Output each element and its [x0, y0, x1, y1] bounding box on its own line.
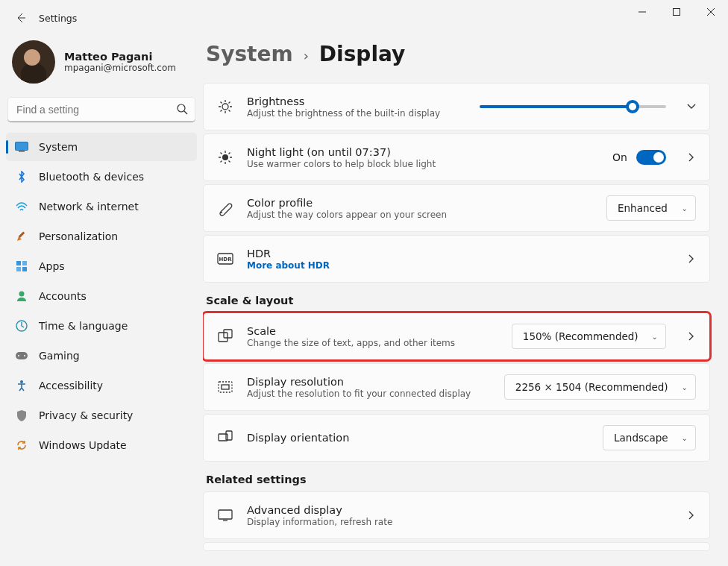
brightness-icon: [217, 98, 233, 115]
nav-item-time[interactable]: Time & language: [6, 312, 197, 340]
resolution-dropdown[interactable]: 2256 × 1504 (Recommended) ⌄: [504, 374, 696, 400]
card-title: Display resolution: [247, 376, 491, 388]
privacy-icon: [15, 409, 28, 422]
breadcrumb: System › Display: [203, 36, 710, 83]
nav-item-accessibility[interactable]: Accessibility: [6, 371, 197, 400]
window-title: Settings: [39, 13, 77, 24]
section-scale-layout: Scale & layout: [206, 295, 710, 306]
night-light-icon: [217, 149, 233, 166]
chevron-right-icon: ›: [304, 45, 309, 63]
nav-item-privacy[interactable]: Privacy & security: [6, 401, 197, 430]
search-icon: [176, 103, 188, 115]
nav-label: Network & internet: [39, 201, 139, 213]
card-partial: [203, 542, 710, 551]
card-title: Scale: [247, 325, 498, 337]
chevron-down-icon: ⌄: [682, 383, 688, 392]
card-orientation[interactable]: Display orientation Landscape ⌄: [203, 414, 710, 462]
svg-rect-26: [219, 510, 232, 519]
chevron-down-icon[interactable]: [680, 102, 696, 111]
update-icon: [15, 438, 28, 452]
svg-point-17: [221, 212, 222, 213]
card-title: HDR: [247, 248, 666, 260]
nav-label: Bluetooth & devices: [39, 171, 144, 183]
nav-item-update[interactable]: Windows Update: [6, 431, 197, 459]
nav-item-system[interactable]: System: [6, 133, 197, 161]
dropdown-value: Enhanced: [618, 202, 668, 214]
nav-label: Accounts: [39, 290, 87, 302]
nav-label: Personalization: [39, 230, 118, 242]
svg-rect-23: [222, 385, 229, 389]
advanced-display-icon: [217, 509, 233, 522]
nightlight-toggle[interactable]: [636, 150, 666, 165]
nav-label: Time & language: [39, 320, 128, 332]
svg-point-12: [18, 355, 19, 356]
card-title: Color profile: [247, 197, 593, 209]
card-subtitle: Adjust the resolution to fit your connec…: [247, 389, 491, 399]
search-input[interactable]: [7, 97, 195, 122]
card-subtitle: Display information, refresh rate: [247, 517, 666, 527]
color-profile-icon: [217, 200, 233, 216]
card-subtitle: Use warmer colors to help block blue lig…: [247, 159, 599, 169]
card-brightness[interactable]: Brightness Adjust the brightness of the …: [203, 83, 710, 131]
brightness-slider[interactable]: [480, 105, 666, 108]
window-controls: [625, 0, 728, 24]
breadcrumb-level1[interactable]: System: [206, 42, 293, 66]
system-icon: [15, 140, 28, 154]
chevron-down-icon: ⌄: [652, 333, 658, 341]
search-box[interactable]: [7, 97, 195, 122]
card-title: Advanced display: [247, 504, 666, 516]
card-subtitle: Adjust the brightness of the built-in di…: [247, 108, 466, 119]
card-advanced-display[interactable]: Advanced display Display information, re…: [203, 491, 710, 539]
nav-item-accounts[interactable]: Accounts: [6, 282, 197, 310]
breadcrumb-level2: Display: [319, 42, 405, 66]
card-subtitle: Change the size of text, apps, and other…: [247, 338, 498, 348]
svg-point-15: [222, 104, 228, 110]
minimize-button[interactable]: [625, 0, 659, 24]
svg-point-14: [20, 380, 23, 383]
profile-block[interactable]: Matteo Pagani mpagani@microsoft.com: [6, 36, 197, 97]
maximize-button[interactable]: [659, 0, 694, 24]
nav-item-gaming[interactable]: Gaming: [6, 342, 197, 370]
profile-email: mpagani@microsoft.com: [64, 63, 176, 73]
svg-point-1: [178, 104, 185, 112]
svg-rect-20: [219, 333, 228, 342]
resolution-icon: [217, 379, 233, 395]
chevron-right-icon[interactable]: [680, 511, 696, 520]
orientation-dropdown[interactable]: Landscape ⌄: [603, 425, 696, 450]
bluetooth-icon: [15, 170, 28, 183]
nav-label: Gaming: [39, 350, 80, 362]
card-subtitle: Adjust the way colors appear on your scr…: [247, 210, 593, 220]
avatar: [12, 40, 55, 84]
back-button[interactable]: [10, 7, 31, 28]
hdr-link[interactable]: More about HDR: [247, 260, 666, 271]
chevron-right-icon[interactable]: [680, 254, 696, 263]
chevron-down-icon: ⌄: [682, 434, 688, 442]
hdr-icon: HDR: [217, 253, 233, 265]
chevron-right-icon[interactable]: [680, 153, 696, 162]
chevron-right-icon[interactable]: [680, 332, 696, 341]
dropdown-value: 2256 × 1504 (Recommended): [515, 381, 668, 393]
nav-item-apps[interactable]: Apps: [6, 252, 197, 280]
close-button[interactable]: [694, 0, 728, 24]
time-language-icon: [15, 319, 28, 333]
nav-label: Apps: [39, 260, 65, 272]
card-colorprofile[interactable]: Color profile Adjust the way colors appe…: [203, 184, 710, 232]
card-hdr[interactable]: HDR HDR More about HDR: [203, 235, 710, 283]
colorprofile-dropdown[interactable]: Enhanced ⌄: [606, 195, 696, 221]
svg-rect-3: [19, 151, 25, 152]
apps-icon: [15, 260, 28, 273]
card-title: Display orientation: [247, 432, 589, 444]
svg-rect-5: [16, 261, 21, 265]
nav-item-bluetooth[interactable]: Bluetooth & devices: [6, 163, 197, 191]
card-resolution[interactable]: Display resolution Adjust the resolution…: [203, 363, 710, 411]
scale-dropdown[interactable]: 150% (Recommended) ⌄: [512, 324, 666, 349]
orientation-icon: [217, 430, 233, 446]
card-scale[interactable]: Scale Change the size of text, apps, and…: [203, 312, 710, 360]
nav-item-network[interactable]: Network & internet: [6, 192, 197, 221]
svg-rect-11: [16, 352, 28, 359]
card-title: Night light (on until 07:37): [247, 146, 599, 158]
card-nightlight[interactable]: Night light (on until 07:37) Use warmer …: [203, 133, 710, 181]
svg-rect-22: [219, 382, 232, 392]
nav-item-personalization[interactable]: Personalization: [6, 222, 197, 251]
svg-point-13: [24, 355, 25, 356]
